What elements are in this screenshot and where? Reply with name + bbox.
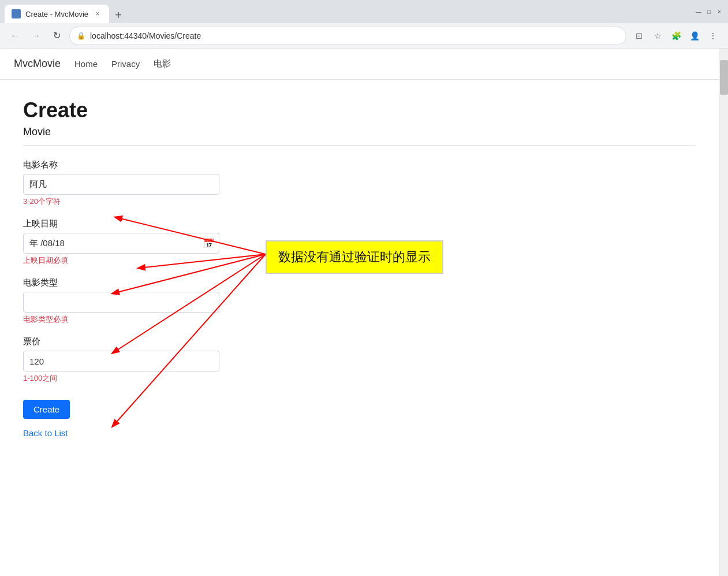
tab-title: Create - MvcMovie [25, 10, 88, 18]
input-genre[interactable] [23, 292, 219, 313]
browser-tabs: Create - MvcMovie × + [5, 0, 126, 23]
label-genre: 电影类型 [23, 277, 419, 288]
window-close-button[interactable]: × [715, 8, 723, 16]
error-price: 1-100之间 [23, 373, 419, 384]
tab-close-button[interactable]: × [93, 9, 102, 18]
back-to-list-link[interactable]: Back to List [23, 428, 68, 438]
create-button[interactable]: Create [23, 400, 70, 419]
window-minimize-button[interactable]: — [695, 8, 703, 16]
window-controls: — □ × [695, 8, 723, 16]
translate-icon[interactable]: ⊡ [631, 28, 647, 44]
form-area: 电影名称 3-20个字符 上映日期 📅 上映日期必填 [23, 159, 696, 438]
divider [23, 145, 696, 146]
nav-link-privacy[interactable]: Privacy [111, 59, 140, 69]
main-content: Create Movie 电影名称 3-20个字符 上映日期 [0, 80, 719, 457]
page-subtitle: Movie [23, 126, 696, 138]
error-genre: 电影类型必填 [23, 314, 419, 325]
browser-content: MvcMovie Home Privacy 电影 Create Movie 电影… [0, 49, 728, 576]
scrollbar-track[interactable] [719, 49, 728, 576]
input-price[interactable] [23, 351, 219, 371]
page-title: Create [23, 98, 696, 122]
site-navbar: MvcMovie Home Privacy 电影 [0, 49, 719, 80]
label-date: 上映日期 [23, 218, 419, 229]
browser-tab-active[interactable]: Create - MvcMovie × [5, 5, 109, 23]
browser-page: MvcMovie Home Privacy 电影 Create Movie 电影… [0, 49, 719, 576]
lock-icon: 🔒 [77, 32, 85, 40]
annotation-box: 数据没有通过验证时的显示 [266, 240, 443, 274]
error-title: 3-20个字符 [23, 196, 419, 207]
tab-favicon [12, 9, 21, 18]
input-title[interactable] [23, 174, 219, 195]
back-button[interactable]: ← [7, 28, 23, 44]
site-brand[interactable]: MvcMovie [14, 58, 61, 70]
browser-titlebar: Create - MvcMovie × + — □ × [0, 0, 728, 23]
label-title: 电影名称 [23, 159, 419, 170]
annotation-text: 数据没有通过验证时的显示 [278, 250, 431, 264]
nav-link-movies[interactable]: 电影 [154, 58, 171, 69]
form-group-genre: 电影类型 电影类型必填 [23, 277, 419, 325]
form-group-title: 电影名称 3-20个字符 [23, 159, 419, 207]
extensions-icon[interactable]: 🧩 [668, 28, 684, 44]
label-price: 票价 [23, 336, 419, 347]
input-date[interactable] [23, 233, 219, 254]
nav-link-home[interactable]: Home [74, 59, 98, 69]
bookmark-icon[interactable]: ☆ [649, 28, 666, 44]
address-bar[interactable]: 🔒 localhost:44340/Movies/Create [69, 27, 626, 45]
toolbar-actions: ⊡ ☆ 🧩 👤 ⋮ [631, 28, 721, 44]
window-maximize-button[interactable]: □ [705, 8, 713, 16]
browser-toolbar: ← → ↻ 🔒 localhost:44340/Movies/Create ⊡ … [0, 23, 728, 49]
form-group-price: 票价 1-100之间 [23, 336, 419, 384]
url-text: localhost:44340/Movies/Create [90, 31, 201, 40]
forward-button[interactable]: → [28, 28, 44, 44]
reload-button[interactable]: ↻ [48, 28, 65, 44]
menu-icon[interactable]: ⋮ [705, 28, 721, 44]
browser-window: Create - MvcMovie × + — □ × ← → ↻ 🔒 loca… [0, 0, 728, 576]
date-input-wrapper: 📅 [23, 233, 219, 254]
scrollbar-thumb[interactable] [720, 60, 728, 95]
profile-icon[interactable]: 👤 [686, 28, 703, 44]
new-tab-button[interactable]: + [110, 7, 126, 23]
